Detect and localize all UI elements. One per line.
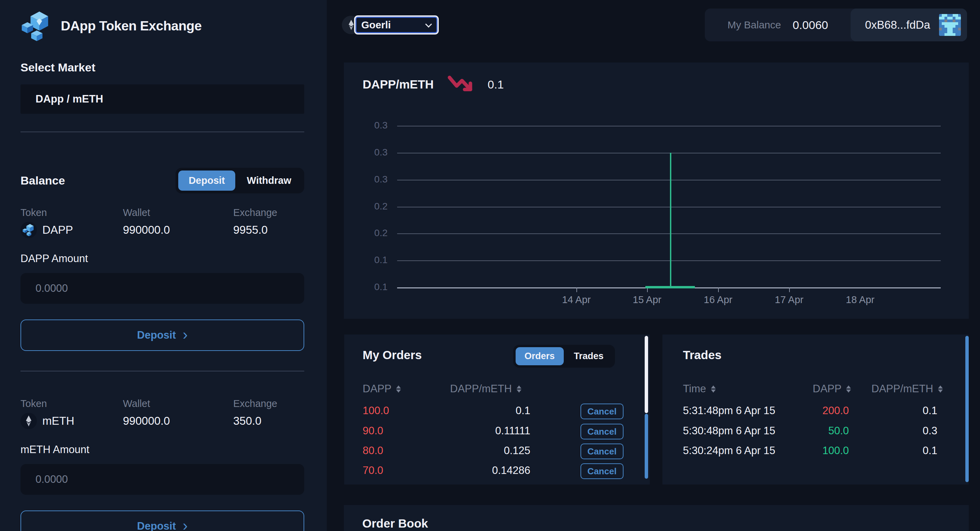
divider — [21, 132, 304, 132]
sort-icon — [711, 386, 716, 392]
chart-gridline — [397, 153, 941, 153]
order-book-panel: Order Book — [344, 505, 969, 531]
wallet-info: My Balance 0.0060 0xB68...fdDa — [705, 8, 967, 41]
orders-trades-tabs: Orders Trades — [513, 345, 615, 368]
dapp-exchange-balance: 9955.0 — [233, 223, 304, 236]
order-price: 0.14286 — [447, 464, 530, 477]
trades-col-time[interactable]: Time — [683, 383, 716, 395]
cancel-order-button[interactable]: Cancel — [581, 403, 624, 419]
trending-down-icon — [447, 75, 474, 94]
cancel-order-button[interactable]: Cancel — [581, 424, 624, 439]
sort-icon — [846, 386, 851, 392]
top-bar: Goerli My Balance 0.0060 0xB68...fdDa — [327, 0, 980, 55]
divider — [21, 371, 304, 372]
trade-amount: 100.0 — [778, 445, 849, 457]
trade-price: 0.3 — [867, 425, 937, 437]
order-amount: 90.0 — [363, 425, 383, 437]
meth-balance-grid: Token Wallet Exchange mETH 990000.0 350.… — [21, 398, 304, 429]
x-axis-label: 18 Apr — [846, 294, 875, 306]
exchange-col-label: Exchange — [233, 207, 304, 218]
y-axis-label: 0.2 — [344, 201, 388, 212]
x-axis-tick — [718, 287, 719, 292]
tab-deposit[interactable]: Deposit — [178, 171, 235, 191]
wallet-col-label: Wallet — [123, 207, 233, 218]
trades-scrollbar[interactable] — [965, 336, 969, 482]
balance-heading: Balance — [21, 174, 65, 187]
trade-time: 5:30:24pm 6 Apr 15 — [683, 445, 775, 457]
x-axis-tick — [789, 287, 790, 292]
trade-time: 5:30:48pm 6 Apr 15 — [683, 425, 775, 437]
deposit-withdraw-tabs: Deposit Withdraw — [175, 168, 304, 193]
my-balance-value: 0.0060 — [792, 18, 828, 32]
order-amount: 80.0 — [363, 445, 383, 457]
exchange-col-label: Exchange — [233, 398, 304, 409]
chart-last-price: 0.1 — [488, 78, 504, 91]
order-price: 0.125 — [447, 445, 530, 457]
y-axis-label: 0.3 — [344, 147, 388, 158]
meth-wallet-balance: 990000.0 — [123, 415, 233, 427]
orders-col-price[interactable]: DAPP/mETH — [450, 383, 522, 395]
orders-col-dapp[interactable]: DAPP — [363, 383, 401, 395]
chart-gridline — [397, 207, 941, 207]
orders-scrollbar-track[interactable] — [645, 414, 648, 479]
account-identicon — [939, 14, 961, 36]
trades-col-dapp[interactable]: DAPP — [813, 383, 851, 395]
network-selector: Goerli — [342, 16, 438, 34]
meth-amount-input[interactable] — [21, 464, 304, 495]
dapp-balance-grid: Token Wallet Exchange — [21, 207, 304, 238]
y-axis-label: 0.1 — [344, 255, 388, 266]
brand: DApp Token Exchange — [21, 10, 304, 42]
select-market-heading: Select Market — [21, 61, 304, 74]
my-orders-heading: My Orders — [363, 348, 422, 362]
trades-col-price[interactable]: DAPP/mETH — [872, 383, 943, 395]
orders-scrollbar-thumb[interactable] — [645, 336, 648, 413]
x-axis-label: 16 Apr — [704, 294, 732, 306]
account-button[interactable]: 0xB68...fdDa — [851, 8, 967, 41]
x-axis-label: 17 Apr — [775, 294, 803, 306]
chart-gridline — [397, 180, 941, 180]
order-book-heading: Order Book — [362, 517, 980, 530]
x-axis-label: 14 Apr — [562, 294, 591, 306]
dapp-exchange-app: DApp Token Exchange Select Market DApp /… — [0, 0, 980, 531]
dapp-amount-label: DAPP Amount — [21, 252, 304, 265]
app-logo-icon — [21, 10, 52, 42]
y-axis-label: 0.2 — [344, 228, 388, 239]
dapp-symbol: DAPP — [42, 223, 73, 236]
tab-trades[interactable]: Trades — [565, 347, 612, 365]
price-chart-panel: DAPP/mETH 0.1 0.30.30.30.20.20.10.114 Ap… — [344, 62, 969, 319]
token-col-label: Token — [21, 398, 123, 409]
dapp-token-cell: DAPP — [21, 222, 123, 238]
sort-icon — [938, 386, 943, 392]
trade-price: 0.1 — [867, 445, 937, 457]
dapp-amount-input[interactable] — [21, 273, 304, 304]
sort-icon — [396, 386, 401, 392]
chart-pair-label: DAPP/mETH — [363, 78, 434, 91]
tab-withdraw[interactable]: Withdraw — [237, 171, 302, 191]
chevron-down-icon — [425, 21, 432, 28]
network-select[interactable]: Goerli — [355, 17, 438, 33]
cancel-order-button[interactable]: Cancel — [581, 463, 624, 479]
meth-deposit-button[interactable]: Deposit › — [21, 510, 304, 531]
meth-amount-label: mETH Amount — [21, 443, 304, 456]
my-balance: My Balance 0.0060 — [705, 18, 851, 32]
trade-amount: 50.0 — [778, 425, 849, 437]
tab-orders[interactable]: Orders — [515, 347, 564, 365]
trade-time: 5:31:48pm 6 Apr 15 — [683, 405, 775, 417]
y-axis-label: 0.1 — [344, 282, 388, 292]
x-axis-label: 15 Apr — [633, 294, 662, 306]
chart-gridline — [397, 233, 941, 234]
market-select[interactable]: DApp / mETH — [21, 85, 304, 114]
app-title: DApp Token Exchange — [61, 18, 202, 33]
dapp-wallet-balance: 990000.0 — [123, 223, 233, 236]
order-price: 0.11111 — [447, 425, 530, 437]
trade-amount: 200.0 — [778, 405, 849, 417]
candlestick-body — [645, 286, 695, 289]
order-amount: 70.0 — [363, 464, 383, 477]
candlestick-wick — [670, 153, 671, 287]
cancel-order-button[interactable]: Cancel — [581, 443, 624, 459]
my-orders-panel: My Orders Orders Trades DAPP DAPP/mETH 1… — [344, 335, 650, 485]
y-axis-label: 0.3 — [344, 174, 388, 185]
y-axis-label: 0.3 — [344, 120, 388, 131]
dapp-deposit-button[interactable]: Deposit › — [21, 319, 304, 351]
network-select-value: Goerli — [361, 19, 391, 31]
